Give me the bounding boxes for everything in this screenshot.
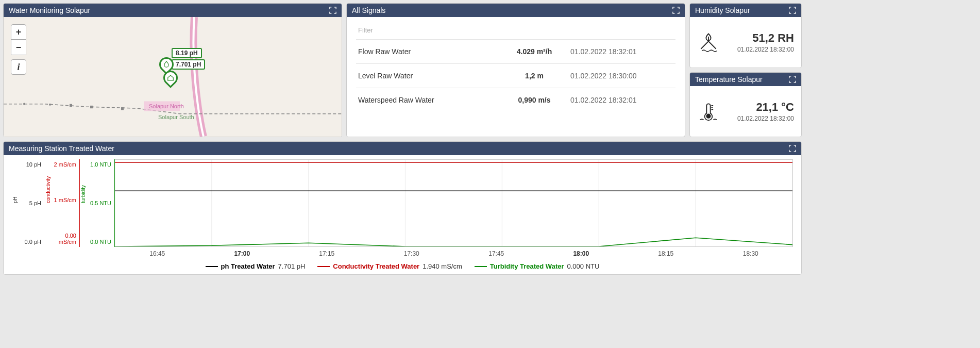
x-tick: 17:00 (200, 250, 285, 257)
panel-header: Measuring Station Treated Water (4, 142, 801, 155)
panel-title: All Signals (352, 6, 385, 14)
panel-title: Water Monitoring Solapur (9, 6, 90, 14)
map-area[interactable]: Solapur North Solapur South 8.19 pH 7.70… (4, 17, 342, 137)
legend-value: 0.000 NTU (567, 262, 600, 270)
panel-temperature: Temperature Solapur 21,1 °C 01.02.2022 1… (689, 72, 802, 137)
temperature-timestamp: 01.02.2022 18:32:00 (727, 115, 794, 122)
legend-name: Conductivity Treated Water (333, 262, 419, 270)
signal-name: Waterspeed Raw Water (358, 96, 498, 104)
signals-list: Filter Flow Raw Water 4.029 m³/h 01.02.2… (347, 17, 685, 137)
x-tick: 17:15 (284, 250, 369, 257)
map-label-south: Solapur South (158, 114, 194, 120)
panel-chart: Measuring Station Treated Water pH 10 pH… (3, 141, 802, 275)
svg-point-1 (49, 104, 51, 106)
temperature-value: 21,1 °C (727, 101, 794, 114)
x-tick: 18:30 (708, 250, 793, 257)
map-info-button[interactable]: i (11, 59, 26, 75)
legend-item[interactable]: Conductivity Treated Water 1.940 mS/cm (317, 262, 462, 270)
panel-signals: All Signals Filter Flow Raw Water 4.029 … (346, 3, 685, 137)
svg-point-0 (23, 103, 25, 105)
map-label-north: Solapur North (149, 103, 184, 109)
panel-header: Temperature Solapur (690, 73, 801, 86)
x-tick: 18:15 (623, 250, 708, 257)
expand-icon[interactable] (789, 145, 796, 152)
legend-value: 7.701 pH (278, 262, 306, 270)
panel-title: Humidity Solapur (695, 6, 750, 14)
panel-title: Measuring Station Treated Water (9, 144, 114, 153)
panel-header: All Signals (347, 4, 685, 17)
humidity-icon (697, 31, 720, 54)
signal-row[interactable]: Waterspeed Raw Water 0,990 m/s 01.02.202… (356, 88, 675, 112)
expand-icon[interactable] (329, 7, 336, 14)
humidity-value: 51,2 RH (727, 31, 794, 45)
svg-rect-3 (90, 106, 93, 108)
panel-header: Humidity Solapur (690, 4, 801, 17)
expand-icon[interactable] (789, 76, 796, 83)
axis-tick: 10 pH (15, 161, 41, 168)
axis-tick: 2 mS/cm (48, 161, 76, 168)
axis-tick: 0.0 pH (15, 239, 41, 245)
axis-label-conductivity: conductivity (45, 176, 51, 203)
axis-label-ph: pH (12, 196, 18, 203)
axis-label-turbidity: turbidity (80, 185, 86, 203)
signal-timestamp: 01.02.2022 18:32:01 (570, 96, 673, 104)
signal-timestamp: 01.02.2022 18:32:01 (570, 47, 673, 56)
signal-name: Flow Raw Water (358, 47, 498, 56)
panel-header: Water Monitoring Solapur (4, 4, 342, 17)
axis-tick: 0.00 mS/cm (48, 233, 76, 245)
expand-icon[interactable] (789, 7, 796, 14)
x-tick: 16:45 (115, 250, 200, 257)
signal-timestamp: 01.02.2022 18:30:00 (570, 72, 673, 80)
axis-tick: 1 mS/cm (48, 197, 76, 203)
axis-tick: 5 pH (15, 200, 41, 206)
zoom-in-button[interactable]: + (11, 24, 26, 40)
zoom-out-button[interactable]: − (11, 40, 26, 55)
panel-map: Water Monitoring Solapur Solapur North S… (3, 3, 342, 137)
panel-title: Temperature Solapur (695, 75, 763, 84)
signal-row[interactable]: Level Raw Water 1,2 m 01.02.2022 18:30:0… (356, 63, 675, 88)
legend-item[interactable]: ph Treated Water 7.701 pH (206, 262, 306, 270)
signal-value: 1,2 m (498, 72, 570, 80)
signal-name: Level Raw Water (358, 72, 498, 80)
signals-filter-input[interactable]: Filter (356, 20, 675, 39)
map-ph-badge-1[interactable]: 8.19 pH (172, 48, 202, 58)
x-tick: 18:00 (539, 250, 624, 257)
legend-value: 1.940 mS/cm (423, 262, 462, 270)
axis-tick: 0.0 NTU (83, 239, 111, 245)
axis-tick: 1.0 NTU (83, 161, 111, 168)
axis-tick: 0.5 NTU (83, 200, 111, 206)
humidity-timestamp: 01.02.2022 18:32:00 (727, 46, 794, 53)
temperature-icon (697, 100, 720, 123)
x-tick: 17:45 (454, 250, 539, 257)
chart-plot-area[interactable]: pH 10 pH 5 pH 0.0 pH conductivity 2 mS/c… (12, 159, 793, 247)
signal-value: 0,990 m/s (498, 96, 570, 104)
legend-item[interactable]: Turbidity Treated Water 0.000 NTU (475, 262, 600, 270)
map-ph-badge-2[interactable]: 7.701 pH (172, 59, 205, 70)
signal-value: 4.029 m³/h (498, 47, 570, 56)
svg-rect-4 (121, 107, 124, 110)
chart-legend: ph Treated Water 7.701 pH Conductivity T… (12, 257, 793, 271)
expand-icon[interactable] (672, 7, 680, 14)
svg-point-6 (706, 114, 710, 118)
x-tick: 17:30 (369, 250, 454, 257)
legend-name: ph Treated Water (221, 262, 275, 270)
signal-row[interactable]: Flow Raw Water 4.029 m³/h 01.02.2022 18:… (356, 39, 675, 63)
panel-humidity: Humidity Solapur 51,2 RH 01.02.2022 18:3… (689, 3, 802, 68)
legend-name: Turbidity Treated Water (490, 262, 564, 270)
svg-rect-2 (70, 104, 72, 107)
